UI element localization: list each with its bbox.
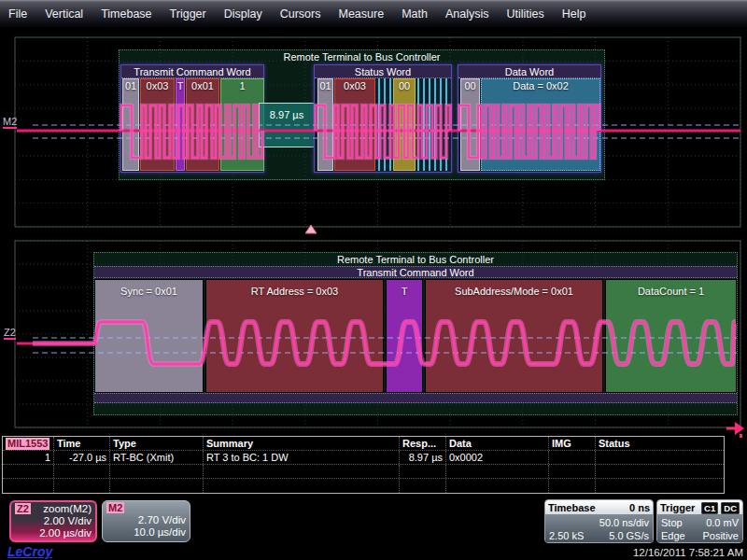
menu-trigger[interactable]: Trigger (170, 7, 206, 21)
m2-vdiv: 2.70 V/div (138, 514, 186, 525)
field-cmd-subaddr: 0x01 (186, 78, 219, 171)
zfield-rtaddress: RT Address = 0x03 (205, 279, 384, 393)
channel-label-m2[interactable]: M2 (3, 116, 17, 127)
col-resp: Resp... (400, 437, 446, 450)
zfield-sync: Sync = 0x01 (94, 279, 204, 393)
z2-vdiv: 2.00 V/div (44, 515, 92, 526)
decode-table: MIL1553 Time Type Summary Resp... Data I… (2, 436, 725, 494)
z2-title: zoom(M2) (43, 503, 92, 514)
decode-protocol-tab[interactable]: MIL1553 (3, 437, 54, 450)
zoom-frame-bottom-band (94, 393, 737, 403)
word-box-command: Transmit Command Word 01 0x03 T 0x01 1 (120, 64, 264, 173)
trigger-kind: Edge (661, 530, 685, 541)
timebase-offset: 0 ns (629, 502, 650, 513)
timebase-box[interactable]: Timebase 0 ns 50.0 ns/div 2.50 kS 5.0 GS… (544, 499, 654, 543)
decode-table-header: MIL1553 Time Type Summary Resp... Data I… (3, 437, 724, 451)
datetime-display: 12/16/2011 7:58:21 AM (633, 547, 743, 558)
response-time-annotation: 8.97 µs (259, 103, 315, 147)
menu-utilities[interactable]: Utilities (506, 7, 543, 21)
trigger-position-icon (305, 225, 317, 233)
timebase-scale: 50.0 ns/div (599, 517, 649, 528)
table-row[interactable]: 1 -27.0 µs RT-BC (Xmit) RT 3 to BC: 1 DW… (3, 451, 724, 465)
oscilloscope-screen: File Vertical Timebase Trigger Display C… (0, 0, 747, 560)
col-type: Type (110, 437, 204, 450)
zfield-tr: T (386, 279, 423, 393)
col-data: Data (446, 437, 549, 450)
timebase-label: Timebase (548, 502, 596, 513)
col-img: IMG (549, 437, 596, 450)
menu-math[interactable]: Math (402, 7, 428, 21)
trigger-level: 0.0 mV (706, 517, 739, 528)
word-title-command: Transmit Command Word (121, 65, 263, 78)
z2-tdiv: 2.00 µs/div (39, 527, 92, 539)
table-scroll-mark-icon (740, 434, 742, 438)
channel-label-z2[interactable]: Z2 (4, 327, 16, 338)
menu-vertical[interactable]: Vertical (45, 7, 83, 21)
word-box-status: Status Word 01 0x03 00 (314, 64, 452, 173)
field-cmd-datacount: 1 (220, 78, 264, 171)
trigger-label: Trigger (660, 502, 695, 513)
trigger-offscreen-arrow-icon (726, 422, 744, 435)
field-status-sync: 01 (317, 78, 333, 171)
col-status: Status (596, 437, 726, 450)
field-cmd-sync: 01 (122, 78, 139, 171)
menu-analysis[interactable]: Analysis (445, 7, 489, 21)
m2-descriptor-box[interactable]: M2 2.70 V/div 10.0 µs/div (102, 500, 190, 542)
zfield-subaddress: SubAddress/Mode = 0x01 (425, 279, 603, 393)
menu-file[interactable]: File (8, 7, 27, 21)
z2-descriptor-box[interactable]: Z2 zoom(M2) 2.00 V/div 2.00 µs/div (9, 500, 97, 542)
field-cmd-rtaddr: 0x03 (140, 78, 175, 171)
field-status-flags: 00 (393, 78, 416, 171)
field-data-value: Data = 0x02 (481, 78, 600, 171)
zfield-datacount: DataCount = 1 (605, 279, 737, 393)
menu-timebase[interactable]: Timebase (101, 7, 151, 21)
z2-badge: Z2 (15, 503, 31, 514)
timebase-rate: 5.0 GS/s (609, 530, 649, 541)
zoom-frame-title: Remote Terminal to Bus Controller (94, 253, 737, 265)
menu-bar: File Vertical Timebase Trigger Display C… (0, 0, 747, 28)
trigger-box[interactable]: Trigger C1 DC Stop 0.0 mV Edge Positive (656, 499, 743, 543)
trigger-coupling-badge: DC (721, 502, 740, 514)
trigger-mode: Stop (661, 517, 683, 528)
m2-tdiv: 10.0 µs/div (134, 526, 186, 538)
zoom-word-title: Transmit Command Word (94, 266, 737, 278)
word-box-data: Data Word 00 Data = 0x02 (458, 64, 601, 173)
zoom-decode-frame: Remote Terminal to Bus Controller Transm… (93, 252, 738, 415)
col-summary: Summary (204, 437, 400, 450)
m2-badge: M2 (106, 502, 124, 513)
menu-help[interactable]: Help (562, 7, 586, 21)
word-title-data: Data Word (458, 65, 600, 78)
trigger-slope: Positive (702, 530, 739, 541)
menu-measure[interactable]: Measure (338, 7, 384, 21)
field-status-rtaddr: 0x03 (334, 78, 375, 171)
table-row-empty (3, 465, 724, 479)
top-frame-title: Remote Terminal to Bus Controller (120, 50, 604, 63)
lecroy-logo: LeCroy (7, 544, 52, 559)
field-data-sync: 00 (460, 78, 480, 171)
table-row-empty (3, 479, 724, 493)
menu-display[interactable]: Display (224, 7, 262, 21)
trigger-source-badge: C1 (701, 502, 718, 514)
timebase-record: 2.50 kS (549, 530, 584, 541)
field-cmd-tr: T (176, 78, 185, 171)
menu-cursors[interactable]: Cursors (280, 7, 321, 21)
word-title-status: Status Word (315, 65, 451, 78)
col-time: Time (54, 437, 110, 450)
